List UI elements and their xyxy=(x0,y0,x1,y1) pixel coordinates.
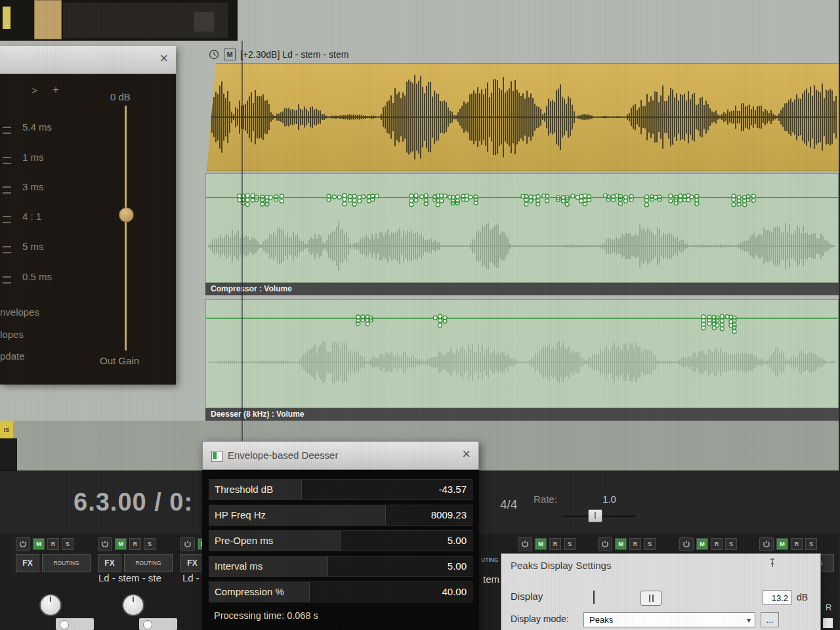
power-icon xyxy=(101,540,109,548)
envelope-points[interactable] xyxy=(206,300,838,379)
strip-buttons: M R S xyxy=(16,537,94,551)
time-signature[interactable]: 4/4 xyxy=(500,497,517,512)
fx-button[interactable]: FX xyxy=(98,554,121,572)
param-slider-interval[interactable]: Interval ms 5.00 xyxy=(209,556,472,577)
solo-button[interactable]: S xyxy=(62,538,74,550)
record-arm-button[interactable]: R xyxy=(47,538,59,550)
slider-handle-icon[interactable] xyxy=(3,127,11,134)
envelope-label-compressor: Compressor : Volume xyxy=(205,283,839,295)
strip-buttons: M R S xyxy=(98,537,177,551)
mixer-widget-fragment[interactable] xyxy=(823,618,833,628)
peaks-settings-window: Peaks Display Settings Display 13.2 dB D… xyxy=(501,553,821,630)
track-chip[interactable]: IS xyxy=(0,421,13,438)
mute-button[interactable]: M xyxy=(615,538,627,550)
strip-buttons: M R S xyxy=(679,537,758,551)
routing-button[interactable]: ROUTING xyxy=(42,554,91,572)
fader-panel[interactable] xyxy=(139,618,177,630)
pan-knob[interactable] xyxy=(122,594,144,616)
out-gain-label: Out Gain xyxy=(100,355,139,366)
deesser-titlebar[interactable]: Envelope-based Deesser × xyxy=(202,441,479,470)
db-unit-label: dB xyxy=(797,592,808,602)
deesser-window: Envelope-based Deesser × Threshold dB -4… xyxy=(202,441,479,630)
transport-position: 6.3.00 / 0: xyxy=(74,488,193,516)
close-icon[interactable]: × xyxy=(462,446,471,463)
power-button[interactable] xyxy=(180,537,195,551)
routing-button[interactable]: ROUTING xyxy=(124,554,173,572)
power-icon xyxy=(682,540,690,548)
link-envelopes[interactable]: nvelopes xyxy=(0,306,39,318)
mute-button[interactable]: M xyxy=(776,538,788,550)
param-value: 5 ms xyxy=(22,241,44,252)
power-button[interactable] xyxy=(598,537,612,551)
power-button[interactable] xyxy=(679,537,694,551)
display-gain-slider[interactable] xyxy=(640,591,662,606)
mute-button[interactable]: M xyxy=(33,538,45,550)
power-button[interactable] xyxy=(759,537,774,551)
envelope-lane-compressor[interactable] xyxy=(205,173,839,283)
routing-button-fragment[interactable]: UTING xyxy=(481,556,498,563)
compressor-titlebar[interactable]: × xyxy=(0,46,176,74)
media-item-header: M [+2.30dB] Ld - stem - stem xyxy=(209,47,348,62)
toolbar-panel xyxy=(63,3,228,38)
link-fragment[interactable]: pdate xyxy=(0,350,25,362)
close-icon[interactable]: × xyxy=(159,50,168,67)
solo-button[interactable]: S xyxy=(725,538,737,550)
solo-button[interactable]: S xyxy=(805,538,817,550)
solo-button[interactable]: S xyxy=(564,538,576,550)
more-button[interactable]: ... xyxy=(761,612,779,627)
mute-button[interactable]: M xyxy=(535,538,547,550)
param-slider-threshold[interactable]: Threshold dB -43.57 xyxy=(209,479,472,500)
param-slider-hpfreq[interactable]: HP Freq Hz 8009.23 xyxy=(209,505,472,526)
param-slider-preopen[interactable]: Pre-Open ms 5.00 xyxy=(209,530,472,551)
envelope-lane-deesser[interactable] xyxy=(205,299,839,408)
toolbar-button[interactable] xyxy=(34,0,62,39)
slider-handle-icon[interactable] xyxy=(3,246,11,253)
app-icon xyxy=(211,451,222,462)
display-mode-dropdown[interactable]: Peaks ▾ xyxy=(583,612,755,627)
slider-handle-icon[interactable] xyxy=(3,276,11,284)
strip-buttons-2: FX ROUTING xyxy=(98,554,177,572)
chevron-down-icon: ▾ xyxy=(747,613,751,627)
param-slider-compression[interactable]: Compression % 40.00 xyxy=(209,581,472,602)
out-gain-slider-handle[interactable] xyxy=(119,207,134,222)
solo-button[interactable]: S xyxy=(644,538,656,550)
envelope-points[interactable] xyxy=(206,174,838,233)
toolbar-button[interactable] xyxy=(194,12,214,32)
slider-handle-icon[interactable] xyxy=(3,157,11,164)
display-gain-value[interactable]: 13.2 xyxy=(763,590,791,605)
power-icon xyxy=(521,540,529,548)
rate-slider-thumb[interactable] xyxy=(588,509,602,522)
waveform-graphic xyxy=(207,64,839,171)
slider-handle-icon[interactable] xyxy=(3,186,11,194)
add-button[interactable]: + xyxy=(52,83,59,96)
toolbar-fragment xyxy=(3,7,10,29)
mixer-strip: M R S FX ROUTING xyxy=(98,537,177,575)
param-name: Pre-Open ms xyxy=(215,531,273,551)
fader-panel[interactable] xyxy=(56,618,94,630)
item-title: [+2.30dB] Ld - stem - stem xyxy=(240,49,348,60)
power-button[interactable] xyxy=(98,537,112,551)
item-mute-button[interactable]: M xyxy=(224,49,236,60)
record-arm-button[interactable]: R xyxy=(791,538,803,550)
slider-handle-icon[interactable] xyxy=(3,216,11,223)
mixer-strip: M R S FX ROUTING xyxy=(16,537,94,575)
record-arm-button[interactable]: R xyxy=(711,538,723,550)
link-fragment[interactable]: lopes xyxy=(0,329,24,340)
mute-button[interactable]: M xyxy=(696,538,708,550)
out-gain-slider-track[interactable] xyxy=(125,106,127,350)
expand-button[interactable]: > xyxy=(32,85,37,96)
power-button[interactable] xyxy=(16,537,30,551)
record-arm-button[interactable]: R xyxy=(629,538,641,550)
audio-item-waveform[interactable] xyxy=(207,63,840,171)
edit-cursor[interactable] xyxy=(242,41,243,471)
power-button[interactable] xyxy=(518,537,532,551)
solo-button[interactable]: S xyxy=(144,538,156,550)
mute-button[interactable]: M xyxy=(115,538,127,550)
fx-button[interactable]: FX xyxy=(180,554,204,572)
pin-icon[interactable] xyxy=(767,558,778,568)
record-arm-button[interactable]: R xyxy=(549,538,561,550)
record-arm-button[interactable]: R xyxy=(129,538,141,550)
compressor-window: × > + 0 dB 5.4 ms 1 ms 3 ms 4 : 1 5 ms 0… xyxy=(0,46,176,384)
pan-knob[interactable] xyxy=(39,594,62,616)
fx-button[interactable]: FX xyxy=(16,554,39,572)
